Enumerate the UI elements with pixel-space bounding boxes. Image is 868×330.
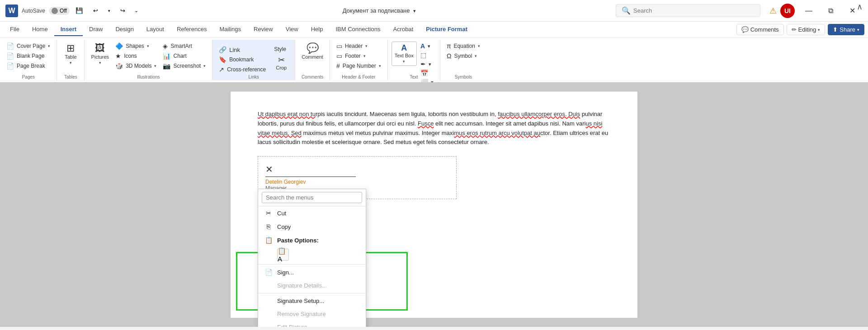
paste-option-a[interactable]: 📋A xyxy=(277,249,289,260)
links-label: Links xyxy=(249,73,259,79)
icons-button[interactable]: ★ Icons xyxy=(113,51,159,60)
symbol-icon: Ω xyxy=(447,52,451,60)
title-dropdown-icon[interactable]: ▾ xyxy=(413,8,416,14)
comment-button[interactable]: 💬 Comment xyxy=(299,42,326,61)
copy-menu-item[interactable]: ⎘ Copy xyxy=(258,220,366,233)
comments-button[interactable]: 💬 Comments xyxy=(736,24,784,35)
autosave-toggle[interactable]: Off xyxy=(49,7,70,15)
shapes-icon: 🔷 xyxy=(115,42,123,50)
crop-button[interactable]: ✂ Crop xyxy=(271,54,291,72)
smartart-icon: ◈ xyxy=(163,42,168,50)
toggle-knob xyxy=(52,8,58,14)
page-break-button[interactable]: 📄 Page Break xyxy=(4,61,53,70)
links-col: 🔗 Link 🔖 Bookmark ↗ Cross-reference xyxy=(216,42,269,74)
link-button[interactable]: 🔗 Link xyxy=(216,45,269,54)
tab-insert[interactable]: Insert xyxy=(54,23,83,36)
tab-picture-format[interactable]: Picture Format xyxy=(420,23,474,36)
context-search-input[interactable] xyxy=(262,192,362,203)
minimize-button[interactable]: — xyxy=(798,4,819,18)
tab-design[interactable]: Design xyxy=(109,23,140,36)
user-avatar[interactable]: UI xyxy=(780,4,795,18)
style-crop-col: Style ✂ Crop xyxy=(271,42,291,72)
redo-button[interactable]: ↪ xyxy=(117,5,129,17)
comments-icon: 💬 xyxy=(741,26,749,33)
signature-setup-menu-item[interactable]: Signature Setup... xyxy=(258,294,366,307)
pages-col: 📄 Cover Page ▾ 📄 Blank Page 📄 Page Break xyxy=(4,42,53,70)
signature-line-button[interactable]: ✒ ▾ xyxy=(418,60,436,69)
sign-menu-item[interactable]: 📄 Sign... xyxy=(258,265,366,279)
title-search-input[interactable] xyxy=(633,7,755,14)
tab-acrobat[interactable]: Acrobat xyxy=(387,23,420,36)
paste-options-header: 📋 Paste Options: xyxy=(258,233,366,247)
quick-access-more[interactable]: ⌄ xyxy=(130,5,143,17)
window-controls: — ⧉ ✕ xyxy=(798,4,863,18)
datetime-button[interactable]: 📅 xyxy=(418,69,436,78)
paste-options-row: 📋A xyxy=(258,247,366,263)
wordart-icon: A xyxy=(420,42,425,50)
edit-picture-menu-item: Edit Picture xyxy=(258,321,366,327)
text-box-dropdown-icon: ▾ xyxy=(403,59,405,64)
word-logo: W xyxy=(5,5,18,17)
object-button[interactable]: ⬜ ▾ xyxy=(418,78,436,82)
title-search-box[interactable]: 🔍 xyxy=(616,4,760,17)
tab-file[interactable]: File xyxy=(4,23,26,36)
cover-page-button[interactable]: 📄 Cover Page ▾ xyxy=(4,42,53,51)
style-button[interactable]: Style xyxy=(271,45,291,53)
table-button[interactable]: ⊞ Table ▾ xyxy=(61,42,80,67)
tab-home[interactable]: Home xyxy=(26,23,54,36)
datetime-icon: 📅 xyxy=(420,70,428,77)
shapes-button[interactable]: 🔷 Shapes ▾ xyxy=(113,42,159,51)
tab-references[interactable]: References xyxy=(170,23,213,36)
pages-label: Pages xyxy=(22,73,35,79)
3d-dropdown-icon: ▾ xyxy=(154,64,156,68)
restore-button[interactable]: ⧉ xyxy=(820,4,841,18)
dropcap-button[interactable]: ⬚ xyxy=(418,51,436,60)
tab-review[interactable]: Review xyxy=(247,23,279,36)
chart-button[interactable]: 📊 Chart xyxy=(160,51,208,60)
undo-button[interactable]: ↩ xyxy=(90,5,102,17)
ribbon-group-symbols: π Equation ▾ Ω Symbol ▾ Symbols xyxy=(440,40,486,80)
context-menu-search[interactable] xyxy=(258,189,366,206)
ribbon-group-links: 🔗 Link 🔖 Bookmark ↗ Cross-reference xyxy=(212,40,295,80)
share-icon: ⬆ xyxy=(833,26,838,33)
text-box-button[interactable]: A Text Box ▾ xyxy=(392,42,417,66)
tab-draw[interactable]: Draw xyxy=(83,23,109,36)
tab-ibm[interactable]: IBM Connections xyxy=(329,23,387,36)
tab-help[interactable]: Help xyxy=(305,23,330,36)
screenshot-button[interactable]: 📷 Screenshot ▾ xyxy=(160,61,208,70)
signature-name: Detelin Georgiev xyxy=(265,179,449,185)
save-button[interactable]: 💾 xyxy=(73,5,86,17)
cut-menu-item[interactable]: ✂ Cut xyxy=(258,206,366,220)
smartart-button[interactable]: ◈ SmartArt xyxy=(160,42,208,51)
document-area: Ut dapibus erat non turpis iaculis tinci… xyxy=(0,83,868,327)
bookmark-button[interactable]: 🔖 Bookmark xyxy=(216,55,269,64)
icons-icon: ★ xyxy=(115,52,121,60)
header-button[interactable]: ▭ Header ▾ xyxy=(334,42,384,51)
cross-reference-button[interactable]: ↗ Cross-reference xyxy=(216,65,269,74)
tab-layout[interactable]: Layout xyxy=(140,23,170,36)
symbols-label: Symbols xyxy=(455,73,472,79)
undo-dropdown[interactable]: ▾ xyxy=(103,5,116,17)
link-icon: 🔗 xyxy=(219,46,226,53)
notif-icon[interactable]: ⚠ xyxy=(769,6,777,16)
share-button[interactable]: ⬆ Share ▾ xyxy=(828,24,864,35)
tab-mailings[interactable]: Mailings xyxy=(213,23,247,36)
header-footer-col: ▭ Header ▾ ▭ Footer ▾ # Page Number ▾ xyxy=(334,42,384,70)
wordart-button[interactable]: A ▾ xyxy=(418,42,436,51)
dropcap-icon: ⬚ xyxy=(420,51,426,59)
tab-view[interactable]: View xyxy=(279,23,305,36)
pictures-button[interactable]: 🖼 Pictures ▾ xyxy=(88,42,112,67)
share-dropdown-icon: ▾ xyxy=(857,28,859,32)
ribbon-collapse-button[interactable]: ∧ xyxy=(857,2,863,12)
symbol-button[interactable]: Ω Symbol ▾ xyxy=(444,51,483,60)
blank-page-button[interactable]: 📄 Blank Page xyxy=(4,51,53,60)
3d-models-button[interactable]: 🎲 3D Models ▾ xyxy=(113,61,159,70)
footer-button[interactable]: ▭ Footer ▾ xyxy=(334,51,384,60)
page-number-dropdown-icon: ▾ xyxy=(379,64,381,68)
signature-details-menu-item: Signature Details... xyxy=(258,279,366,292)
page-number-button[interactable]: # Page Number ▾ xyxy=(334,61,384,70)
search-icon: 🔍 xyxy=(622,6,631,15)
object-icon: ⬜ xyxy=(420,79,428,82)
equation-button[interactable]: π Equation ▾ xyxy=(444,42,483,51)
editing-button[interactable]: ✏ Editing ▾ xyxy=(787,24,826,35)
